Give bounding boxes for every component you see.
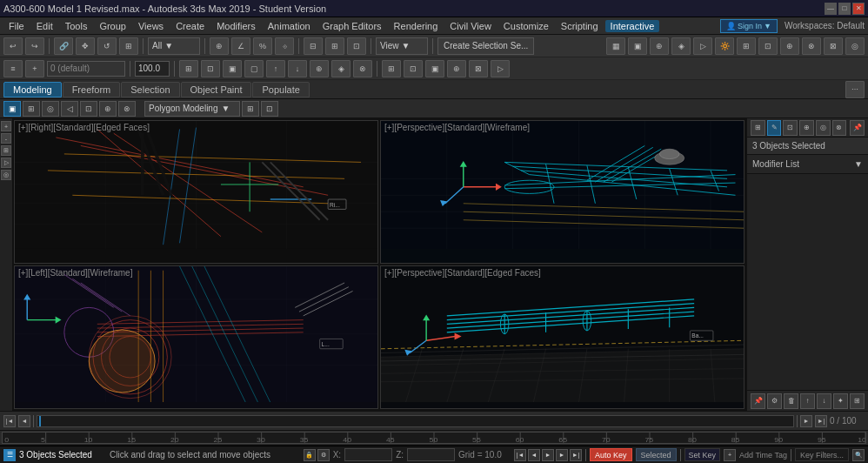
viewport-bottom-right[interactable]: Ba... [+][Perspective][Standard][Edged F…	[380, 265, 744, 409]
viewport-top-right[interactable]: [+][Perspective][Standard][Wireframe]	[380, 120, 744, 264]
tb2-btn11[interactable]: ⊡	[404, 60, 423, 77]
mirror-btn[interactable]: ⊞	[325, 37, 344, 55]
z-input[interactable]	[407, 448, 455, 461]
rp-display-btn[interactable]: ◎	[816, 120, 831, 136]
extra-btn1[interactable]: ⊞	[737, 37, 756, 55]
render-setup-btn[interactable]: ▣	[628, 37, 647, 55]
render-frame-btn[interactable]: ▷	[693, 37, 712, 55]
rp-highlight-btn[interactable]: ✦	[833, 393, 848, 409]
menu-scripting[interactable]: Scripting	[556, 20, 604, 32]
scale-btn[interactable]: ⊞	[119, 37, 138, 55]
viewport-bottom-left[interactable]: L... [+][Left][Standard][Wireframe]	[14, 265, 378, 409]
rp-hierarchy-btn[interactable]: ⊡	[783, 120, 798, 136]
menu-customize[interactable]: Customize	[498, 20, 554, 32]
close-button[interactable]: ✕	[852, 3, 865, 15]
menu-edit[interactable]: Edit	[31, 20, 58, 32]
move-btn[interactable]: ✥	[76, 37, 95, 55]
tab-populate[interactable]: Populate	[252, 82, 309, 97]
rp-settings-btn[interactable]: ⚙	[767, 393, 782, 409]
menu-rendering[interactable]: Rendering	[389, 20, 444, 32]
tb2-btn3[interactable]: ▣	[223, 60, 242, 77]
set-key-button[interactable]: Set Key	[684, 448, 721, 461]
rp-motion-btn[interactable]: ⊕	[799, 120, 814, 136]
layer-new-btn[interactable]: +	[25, 60, 44, 77]
tool-vertex-btn[interactable]: ◎	[42, 101, 59, 117]
sign-in-button[interactable]: 👤 Sign In ▼	[720, 19, 778, 33]
timeline-track[interactable]	[37, 415, 794, 427]
search-btn[interactable]: 🔍	[852, 449, 865, 461]
menu-create[interactable]: Create	[170, 20, 210, 32]
tb2-btn14[interactable]: ⊠	[469, 60, 488, 77]
layer-mgr-btn[interactable]: ≡	[3, 60, 23, 77]
playback-end-btn[interactable]: ►|	[570, 449, 582, 461]
key-filters-button[interactable]: Key Filters...	[795, 448, 849, 461]
rp-down-btn[interactable]: ↓	[817, 393, 831, 409]
extra-btn4[interactable]: ⊗	[802, 37, 821, 55]
maximize-button[interactable]: □	[838, 3, 851, 15]
tb2-btn6[interactable]: ↓	[288, 60, 307, 77]
menu-graph-editors[interactable]: Graph Editors	[317, 20, 387, 32]
extra-btn5[interactable]: ⊠	[824, 37, 843, 55]
rp-pin2-btn[interactable]: 📌	[751, 393, 765, 409]
rp-modify-btn[interactable]: ✎	[767, 120, 782, 136]
extra-btn6[interactable]: ◎	[845, 37, 865, 55]
scrubber-track[interactable]: 0 5 10 15 20 25 30 35 40 45 50 55 60 65 …	[2, 432, 866, 444]
tb2-btn13[interactable]: ⊕	[447, 60, 466, 77]
render-btn[interactable]: ⊕	[650, 37, 669, 55]
activeshade-btn[interactable]: ◈	[671, 37, 691, 55]
redo-button[interactable]: ↪	[25, 37, 44, 55]
tool-extra1[interactable]: ⊞	[242, 101, 259, 117]
array-btn[interactable]: ⊡	[347, 37, 366, 55]
tool-poly-btn[interactable]: ▣	[3, 101, 21, 117]
coord-lock-btn[interactable]: 🔒	[304, 449, 316, 461]
all-dropdown[interactable]: All▼	[148, 37, 200, 55]
auto-key-button[interactable]: Auto Key	[590, 448, 632, 461]
lt-btn2[interactable]: -	[1, 133, 11, 144]
lt-btn4[interactable]: ▷	[1, 158, 11, 168]
tb2-btn1[interactable]: ⊞	[179, 60, 198, 77]
tl-prev-key-btn[interactable]: ◄	[18, 415, 30, 427]
coord-settings-btn[interactable]: ⚙	[317, 449, 330, 461]
selected-button[interactable]: Selected	[636, 448, 677, 461]
rp-modifier-list[interactable]: Modifier List ▼	[747, 155, 868, 174]
tool-border-btn[interactable]: ⊡	[80, 101, 97, 117]
rotate-btn[interactable]: ↺	[97, 37, 117, 55]
tool-extra2[interactable]: ⊡	[261, 101, 278, 117]
lt-btn1[interactable]: +	[1, 121, 11, 131]
tb2-btn7[interactable]: ⊕	[310, 60, 329, 77]
add-time-tag-btn[interactable]: +	[724, 449, 736, 461]
view-dropdown[interactable]: View▼	[376, 37, 428, 55]
menu-group[interactable]: Group	[94, 20, 131, 32]
playback-fwd-btn[interactable]: ►	[556, 449, 568, 461]
menu-views[interactable]: Views	[133, 20, 169, 32]
tb2-btn5[interactable]: ↑	[266, 60, 285, 77]
menu-interactive[interactable]: Interactive	[605, 20, 660, 32]
menu-civil-view[interactable]: Civil View	[444, 20, 496, 32]
tb2-btn10[interactable]: ⊞	[382, 60, 401, 77]
align-btn[interactable]: ⊟	[304, 37, 323, 55]
tb2-btn2[interactable]: ⊡	[201, 60, 220, 77]
layer-input[interactable]	[47, 61, 125, 77]
rp-create-btn[interactable]: ⊞	[751, 120, 765, 136]
create-sel-button[interactable]: Create Selection Se...	[437, 37, 534, 55]
spinner-snap-btn[interactable]: ⟐	[275, 37, 294, 55]
tab-selection[interactable]: Selection	[121, 82, 179, 97]
lt-btn5[interactable]: ◎	[1, 170, 11, 180]
minimize-button[interactable]: —	[825, 3, 837, 15]
tb2-btn15[interactable]: ▷	[491, 60, 510, 77]
tool-poly-sel-btn[interactable]: ⊕	[99, 101, 117, 117]
tb2-btn4[interactable]: ▢	[244, 60, 264, 77]
percent-input[interactable]	[135, 61, 170, 77]
tb2-btn9[interactable]: ⊗	[353, 60, 372, 77]
extra-btn3[interactable]: ⊕	[780, 37, 799, 55]
percent-snap-btn[interactable]: %	[253, 37, 272, 55]
rp-pin-btn[interactable]: 📌	[850, 120, 865, 136]
menu-file[interactable]: File	[3, 20, 30, 32]
playback-back-btn[interactable]: ◄	[528, 449, 540, 461]
tool-element-btn[interactable]: ⊗	[118, 101, 136, 117]
viewport-top-left[interactable]: Ri... [+][Right][Standard][Edged Faces]	[14, 120, 378, 264]
tl-play-back-btn[interactable]: |◄	[3, 415, 16, 427]
extra-btn2[interactable]: ⊡	[758, 37, 778, 55]
lt-btn3[interactable]: ⊞	[1, 145, 11, 156]
select-btn[interactable]: 🔗	[54, 37, 73, 55]
